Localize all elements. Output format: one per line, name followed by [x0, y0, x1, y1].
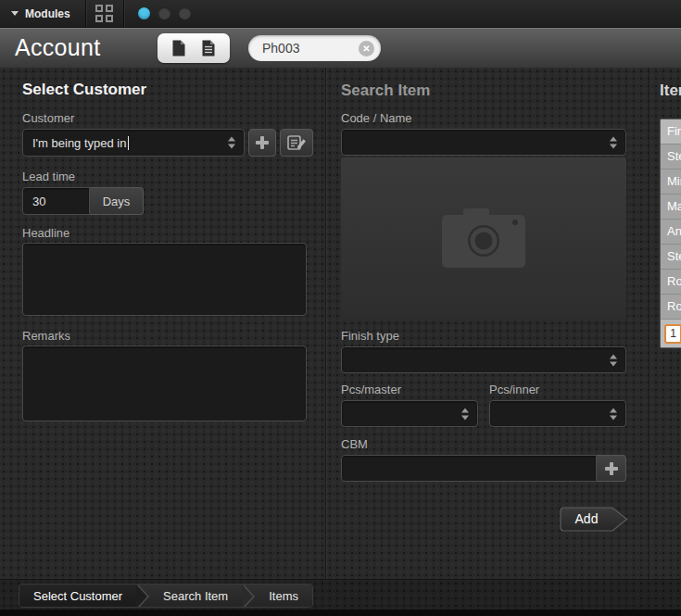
remarks-textarea[interactable] — [22, 346, 307, 421]
pcs-inner-label: Pcs/inner — [489, 383, 539, 396]
customer-select-value: I'm being typed in — [32, 136, 127, 150]
app-window: Modules Account — [0, 0, 681, 616]
page-indicator-dot-1[interactable] — [138, 7, 150, 19]
customer-label: Customer — [22, 111, 74, 125]
panel-divider — [325, 68, 326, 579]
step-arrow-icon — [242, 585, 255, 607]
footer-strip — [0, 610, 681, 616]
add-item-button[interactable]: Add — [560, 507, 628, 532]
items-row[interactable]: Rose — [661, 270, 681, 295]
customer-select[interactable]: I'm being typed in — [22, 129, 245, 157]
item-image-placeholder — [341, 157, 626, 320]
top-menu-bar: Modules — [0, 0, 681, 28]
select-stepper-icon — [610, 408, 617, 420]
finish-type-select[interactable] — [341, 346, 626, 373]
step-items[interactable]: Items — [255, 585, 312, 607]
lead-time-input[interactable] — [22, 187, 90, 215]
page-number-input[interactable]: 1 — [664, 324, 681, 344]
new-document-button[interactable] — [171, 39, 186, 57]
document-list-button[interactable] — [201, 39, 216, 57]
items-pagination: 1 — [661, 320, 681, 347]
finish-type-label: Finish type — [341, 329, 399, 343]
items-row[interactable]: Matte — [661, 195, 681, 220]
cbm-input[interactable] — [341, 455, 597, 482]
items-row[interactable]: Antique — [661, 220, 681, 245]
step-search-item[interactable]: Search Item — [149, 585, 242, 607]
pcs-inner-select[interactable] — [489, 400, 626, 427]
pcs-master-select[interactable] — [341, 400, 478, 427]
select-stepper-icon — [461, 408, 469, 420]
lead-time-label: Lead time — [22, 170, 75, 183]
lined-document-icon — [201, 39, 216, 57]
select-customer-heading: Select Customer — [22, 81, 146, 99]
add-customer-button[interactable] — [248, 129, 276, 157]
step-arrow-icon — [136, 585, 149, 607]
remarks-label: Remarks — [22, 329, 70, 343]
search-item-heading: Search Item — [341, 82, 430, 100]
lead-time-unit-button[interactable]: Days — [90, 187, 144, 215]
page-indicator-dot-3[interactable] — [179, 7, 191, 19]
blank-document-icon — [171, 39, 186, 57]
items-heading: Items — [660, 82, 681, 100]
edit-customer-button[interactable] — [280, 129, 313, 157]
code-name-select[interactable] — [341, 129, 626, 156]
panel-divider — [649, 68, 649, 579]
clear-search-button[interactable]: ✕ — [359, 41, 374, 57]
items-table: Finish Steel Mirror Matte Antique Steel … — [660, 119, 681, 348]
page-indicator — [124, 7, 191, 19]
select-stepper-icon — [610, 136, 617, 148]
page-indicator-dot-2[interactable] — [158, 7, 170, 19]
grid-icon — [95, 5, 113, 22]
items-row[interactable]: Finish — [661, 119, 681, 145]
items-row[interactable]: Mirror — [661, 170, 681, 195]
page-title: Account — [15, 34, 100, 61]
search-input[interactable] — [248, 41, 359, 56]
wizard-steps: Select Customer Search Item Items — [19, 584, 313, 608]
select-stepper-icon — [610, 354, 617, 366]
plus-icon — [605, 462, 618, 475]
document-actions — [158, 33, 230, 63]
plus-icon — [256, 136, 269, 149]
modules-menu[interactable]: Modules — [0, 0, 85, 27]
pcs-master-label: Pcs/master — [341, 383, 401, 396]
modules-menu-label: Modules — [25, 7, 70, 20]
page-header: Account — [0, 28, 681, 68]
step-select-customer[interactable]: Select Customer — [19, 585, 136, 607]
add-item-button-label: Add — [560, 507, 613, 532]
dropdown-caret-icon — [11, 11, 19, 16]
cbm-add-button[interactable] — [597, 455, 626, 482]
camera-icon — [441, 208, 526, 270]
content-area: Select Customer Customer I'm being typed… — [0, 68, 681, 579]
edit-icon — [287, 134, 307, 151]
items-row[interactable]: Steel — [661, 145, 681, 170]
headline-textarea[interactable] — [22, 243, 307, 316]
cbm-label: CBM — [341, 437, 368, 451]
text-cursor — [128, 136, 129, 150]
search-box: ✕ — [248, 35, 381, 61]
items-row[interactable]: Round — [661, 295, 681, 320]
bottom-bar: Select Customer Search Item Items — [0, 579, 681, 610]
select-stepper-icon — [228, 137, 235, 149]
items-row[interactable]: Steel — [661, 245, 681, 270]
code-name-label: Code / Name — [341, 111, 412, 125]
grid-view-button[interactable] — [86, 0, 123, 28]
headline-label: Headline — [22, 226, 69, 240]
